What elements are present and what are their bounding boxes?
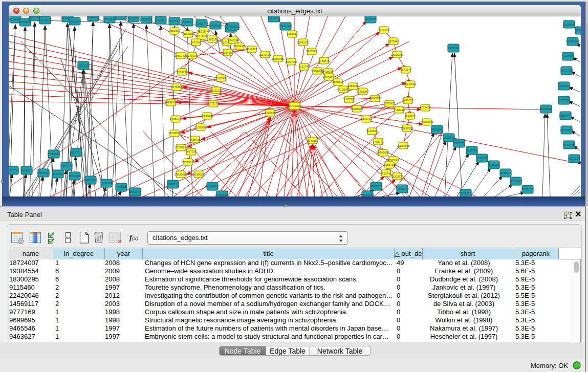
svg-text:96028436: 96028436 (87, 16, 99, 18)
svg-text:99913412: 99913412 (404, 82, 416, 85)
svg-text:15197528: 15197528 (401, 127, 413, 130)
svg-text:68353204: 68353204 (115, 16, 127, 18)
svg-text:31687165: 31687165 (343, 98, 355, 101)
svg-text:8935169: 8935169 (448, 47, 459, 50)
svg-text:77491435: 77491435 (233, 45, 246, 48)
svg-text:2626229: 2626229 (78, 64, 89, 67)
svg-text:50962024: 50962024 (421, 121, 433, 124)
svg-text:66775103: 66775103 (198, 29, 210, 32)
svg-text:28814949: 28814949 (69, 174, 81, 178)
svg-text:57553014: 57553014 (48, 152, 60, 156)
svg-text:2548511: 2548511 (332, 80, 343, 83)
svg-text:7550190: 7550190 (169, 29, 180, 32)
svg-text:3154051: 3154051 (575, 29, 581, 32)
svg-text:24972279: 24972279 (103, 17, 116, 20)
svg-text:5186414: 5186414 (384, 163, 395, 166)
svg-text:19289546: 19289546 (563, 23, 575, 26)
svg-text:58942697: 58942697 (377, 151, 389, 154)
svg-text:6007072: 6007072 (169, 19, 180, 23)
svg-text:47135391: 47135391 (337, 88, 350, 91)
svg-text:2876932: 2876932 (384, 102, 395, 105)
svg-text:85283645: 85283645 (351, 107, 363, 111)
svg-text:7194416: 7194416 (394, 108, 404, 112)
svg-text:55540424: 55540424 (37, 171, 50, 174)
svg-text:19233013: 19233013 (175, 173, 187, 176)
svg-text:2229110: 2229110 (175, 146, 186, 149)
svg-text:3607983: 3607983 (306, 50, 317, 53)
svg-text:38754377: 38754377 (510, 180, 522, 183)
svg-text:75181648: 75181648 (361, 193, 374, 196)
svg-text:1059486: 1059486 (347, 84, 358, 87)
svg-text:1701771: 1701771 (373, 140, 383, 143)
svg-text:4117625: 4117625 (246, 48, 257, 51)
svg-text:6672134: 6672134 (569, 157, 579, 160)
svg-text:38427073: 38427073 (560, 69, 573, 72)
svg-text:5041154: 5041154 (280, 25, 291, 28)
svg-text:6022741: 6022741 (298, 65, 309, 68)
svg-text:98231132: 98231132 (210, 89, 222, 92)
svg-text:4191175: 4191175 (61, 165, 72, 168)
svg-text:4769795: 4769795 (563, 143, 574, 146)
svg-text:31172421: 31172421 (259, 53, 271, 56)
svg-text:2564689: 2564689 (207, 185, 217, 188)
svg-text:3253031: 3253031 (287, 32, 297, 35)
svg-text:18724007: 18724007 (288, 104, 300, 107)
svg-text:42138745: 42138745 (268, 17, 280, 20)
svg-text:9517485: 9517485 (155, 19, 166, 22)
svg-text:83863413: 83863413 (129, 190, 141, 193)
svg-text:6438436: 6438436 (210, 24, 221, 27)
svg-text:3790237: 3790237 (216, 193, 227, 196)
svg-text:81016525: 81016525 (39, 19, 51, 22)
svg-text:72092888: 72092888 (100, 182, 113, 185)
svg-text:4740036: 4740036 (265, 112, 275, 115)
svg-text:19736572: 19736572 (168, 132, 181, 135)
svg-text:26240908: 26240908 (560, 128, 573, 132)
svg-text:84045292: 84045292 (369, 97, 381, 100)
svg-text:71367643: 71367643 (194, 126, 207, 129)
svg-text:2437026: 2437026 (365, 17, 376, 20)
svg-text:4971793: 4971793 (378, 28, 389, 31)
svg-text:1848731: 1848731 (167, 183, 178, 186)
svg-text:3500715: 3500715 (361, 117, 372, 120)
svg-text:1954280: 1954280 (222, 51, 233, 54)
svg-text:4240180: 4240180 (307, 139, 318, 142)
svg-text:97225156: 97225156 (558, 99, 570, 102)
svg-text:1120642: 1120642 (443, 136, 454, 139)
svg-text:93303777: 93303777 (391, 175, 403, 178)
svg-text:3970445: 3970445 (388, 40, 399, 43)
svg-text:17270733: 17270733 (9, 169, 19, 172)
svg-text:5456272: 5456272 (170, 117, 181, 120)
svg-text:71070189: 71070189 (182, 32, 194, 35)
svg-text:8930103: 8930103 (522, 188, 533, 191)
svg-text:5418934: 5418934 (141, 18, 151, 21)
svg-text:30776478: 30776478 (195, 34, 208, 37)
svg-text:19317495: 19317495 (175, 54, 187, 57)
svg-text:4860684: 4860684 (431, 128, 442, 131)
svg-text:3564217: 3564217 (182, 20, 192, 24)
svg-text:1841248: 1841248 (228, 39, 238, 42)
svg-text:92097999: 92097999 (285, 60, 297, 63)
svg-text:27566185: 27566185 (201, 114, 213, 117)
svg-text:9487336: 9487336 (185, 150, 196, 153)
svg-text:7358113: 7358113 (460, 192, 471, 195)
svg-text:34627347: 34627347 (84, 179, 97, 182)
svg-text:2130789: 2130789 (466, 149, 477, 152)
svg-text:82909480: 82909480 (272, 57, 284, 60)
svg-text:83793389: 83793389 (567, 40, 579, 43)
svg-text:7774229: 7774229 (177, 71, 187, 74)
svg-text:35556386: 35556386 (540, 107, 552, 111)
svg-text:25492573: 25492573 (297, 41, 309, 44)
svg-text:7199635: 7199635 (193, 173, 204, 176)
svg-text:5476257: 5476257 (402, 99, 413, 102)
svg-text:2140194: 2140194 (186, 54, 197, 57)
svg-text:(x): (x) (132, 235, 139, 242)
svg-text:7455324: 7455324 (19, 20, 30, 24)
svg-text:2375453: 2375453 (171, 85, 182, 89)
svg-text:6229731: 6229731 (558, 84, 569, 87)
svg-text:7089806: 7089806 (228, 25, 238, 28)
svg-text:47816686: 47816686 (311, 69, 323, 72)
svg-text:1987737: 1987737 (453, 142, 464, 145)
svg-text:7003042: 7003042 (388, 159, 399, 162)
svg-text:8722606: 8722606 (420, 106, 430, 109)
svg-text:2264748: 2264748 (116, 186, 126, 189)
